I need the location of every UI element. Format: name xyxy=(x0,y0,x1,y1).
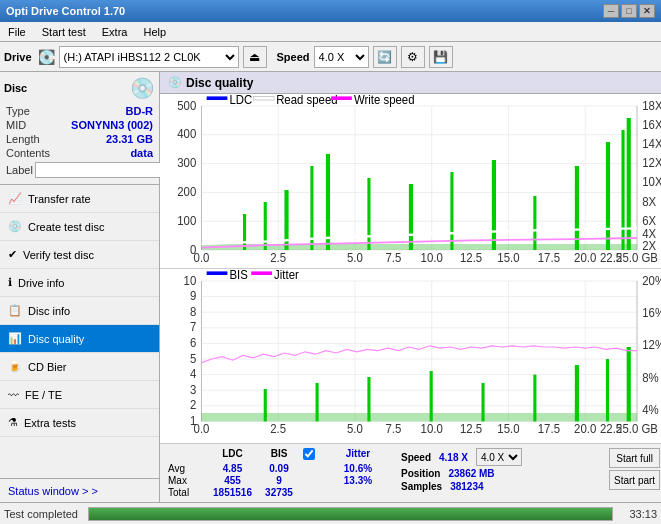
disc-type-row: Type BD-R xyxy=(4,104,155,118)
verify-icon: ✔ xyxy=(8,248,17,261)
svg-text:14X: 14X xyxy=(642,136,661,151)
speed-select[interactable]: 4.0 X xyxy=(314,46,369,68)
svg-text:18X: 18X xyxy=(642,98,661,113)
progress-container xyxy=(88,507,613,521)
speed-label-stats: Speed xyxy=(401,452,431,463)
svg-text:8X: 8X xyxy=(642,194,656,209)
disc-icon: 💿 xyxy=(130,76,155,100)
nav-disc-quality-label: Disc quality xyxy=(28,333,84,345)
menu-start-test[interactable]: Start test xyxy=(34,22,94,41)
svg-text:17.5: 17.5 xyxy=(538,250,560,265)
svg-rect-44 xyxy=(310,166,313,250)
extra-tests-icon: ⚗ xyxy=(8,416,18,429)
nav-extra-tests[interactable]: ⚗ Extra tests xyxy=(0,409,159,437)
svg-rect-112 xyxy=(575,365,579,421)
nav-disc-quality[interactable]: 📊 Disc quality xyxy=(0,325,159,353)
drive-select[interactable]: (H:) ATAPI iHBS112 2 CL0K xyxy=(59,46,239,68)
disc-info-icon: 📋 xyxy=(8,304,22,317)
scan-button[interactable]: 🔄 xyxy=(373,46,397,68)
disc-contents-row: Contents data xyxy=(4,146,155,160)
disc-contents-value: data xyxy=(130,147,153,159)
stats-total-bis: 32735 xyxy=(259,487,299,498)
position-label: Position xyxy=(401,468,440,479)
svg-rect-52 xyxy=(606,142,610,250)
nav-extra-tests-label: Extra tests xyxy=(24,417,76,429)
save-button[interactable]: 💾 xyxy=(429,46,453,68)
svg-text:4: 4 xyxy=(190,366,196,381)
menu-file[interactable]: File xyxy=(0,22,34,41)
svg-text:200: 200 xyxy=(177,184,196,199)
svg-rect-117 xyxy=(251,271,272,275)
nav-fe-te[interactable]: 〰 FE / TE xyxy=(0,381,159,409)
maximize-button[interactable]: □ xyxy=(621,4,637,18)
svg-text:12X: 12X xyxy=(642,155,661,170)
time-text: 33:13 xyxy=(617,508,657,520)
stats-empty-header xyxy=(168,448,206,462)
nav-create-test-disc[interactable]: 💿 Create test disc xyxy=(0,213,159,241)
nav-disc-info-label: Disc info xyxy=(28,305,70,317)
position-value: 23862 MB xyxy=(448,468,494,479)
transfer-rate-icon: 📈 xyxy=(8,192,22,205)
disc-label-input[interactable] xyxy=(35,162,175,178)
svg-text:8: 8 xyxy=(190,304,196,319)
bis-chart-svg: 10 9 8 7 6 5 4 3 2 1 20% 16% 12% 8% 4% xyxy=(160,269,661,443)
bis-chart: 10 9 8 7 6 5 4 3 2 1 20% 16% 12% 8% 4% xyxy=(160,269,661,444)
speed-select-stats[interactable]: 4.0 X xyxy=(476,448,522,466)
menu-extra[interactable]: Extra xyxy=(94,22,136,41)
eject-button[interactable]: ⏏ xyxy=(243,46,267,68)
nav-transfer-rate[interactable]: 📈 Transfer rate xyxy=(0,185,159,213)
nav-drive-info[interactable]: ℹ Drive info xyxy=(0,269,159,297)
svg-rect-42 xyxy=(264,202,267,250)
svg-rect-55 xyxy=(207,96,228,100)
status-window-link[interactable]: Status window > > xyxy=(0,478,159,502)
svg-text:100: 100 xyxy=(177,213,196,228)
stats-max-ldc: 455 xyxy=(210,475,255,486)
start-full-button[interactable]: Start full xyxy=(609,448,660,468)
disc-contents-label: Contents xyxy=(6,147,50,159)
svg-rect-106 xyxy=(264,389,267,421)
progress-bar xyxy=(89,508,612,520)
nav-cd-bier[interactable]: 🍺 CD Bier xyxy=(0,353,159,381)
minimize-button[interactable]: ─ xyxy=(603,4,619,18)
svg-text:7: 7 xyxy=(190,320,196,335)
ldc-chart: 500 400 300 200 100 0 18X 16X 14X 12X 10… xyxy=(160,94,661,269)
sidebar: Disc 💿 Type BD-R MID SONYNN3 (002) Lengt… xyxy=(0,72,160,502)
svg-text:16X: 16X xyxy=(642,117,661,132)
nav-disc-info[interactable]: 📋 Disc info xyxy=(0,297,159,325)
svg-text:15.0: 15.0 xyxy=(497,422,519,437)
svg-text:500: 500 xyxy=(177,98,196,113)
svg-text:8%: 8% xyxy=(642,370,659,385)
svg-text:2: 2 xyxy=(190,398,196,413)
svg-text:3: 3 xyxy=(190,382,196,397)
svg-text:10: 10 xyxy=(184,273,197,288)
svg-rect-108 xyxy=(367,377,370,421)
content-area: 💿 Disc quality xyxy=(160,72,661,502)
nav-verify-test-disc[interactable]: ✔ Verify test disc xyxy=(0,241,159,269)
disc-label-label: Label xyxy=(6,164,33,176)
svg-text:10X: 10X xyxy=(642,175,661,190)
start-part-button[interactable]: Start part xyxy=(609,470,660,490)
samples-label: Samples xyxy=(401,481,442,492)
svg-text:20%: 20% xyxy=(642,273,661,288)
nav-create-test-label: Create test disc xyxy=(28,221,104,233)
disc-quality-icon-header: 💿 xyxy=(168,76,182,89)
svg-text:6: 6 xyxy=(190,335,196,350)
svg-text:7.5: 7.5 xyxy=(385,250,401,265)
jitter-checkbox[interactable] xyxy=(303,448,315,460)
stats-avg-label: Avg xyxy=(168,463,206,474)
disc-mid-label: MID xyxy=(6,119,26,131)
position-row: Position 23862 MB xyxy=(401,468,601,479)
nav-cd-bier-label: CD Bier xyxy=(28,361,67,373)
disc-quality-title: Disc quality xyxy=(186,76,253,90)
disc-length-value: 23.31 GB xyxy=(106,133,153,145)
nav-transfer-rate-label: Transfer rate xyxy=(28,193,91,205)
svg-rect-114 xyxy=(627,347,631,421)
samples-row: Samples 381234 xyxy=(401,481,601,492)
settings-button[interactable]: ⚙ xyxy=(401,46,425,68)
svg-text:16%: 16% xyxy=(642,305,661,320)
menu-help[interactable]: Help xyxy=(135,22,174,41)
status-text: Test completed xyxy=(4,508,84,520)
right-stats: Speed 4.18 X 4.0 X Position 23862 MB Sam… xyxy=(401,448,601,492)
close-button[interactable]: ✕ xyxy=(639,4,655,18)
app-title: Opti Drive Control 1.70 xyxy=(6,5,125,17)
